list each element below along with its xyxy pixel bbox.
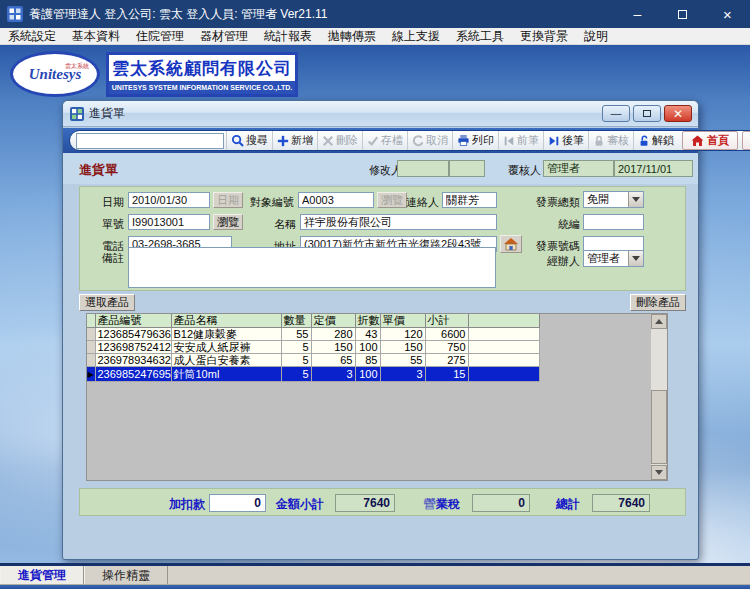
company-logo: Unitesys 雲太系統 (10, 51, 100, 97)
col-discount[interactable]: 折數 (355, 314, 380, 327)
doc-titlebar[interactable]: 進貨單 — ✕ (63, 101, 698, 127)
select-product-button[interactable]: 選取產品 (79, 294, 135, 311)
address-map-button[interactable] (500, 235, 522, 253)
lock-icon (593, 135, 605, 147)
minimize-button[interactable]: – (615, 0, 660, 28)
scroll-up-icon[interactable] (651, 314, 667, 329)
cell-qty: 5 (281, 366, 311, 381)
taxid-input[interactable] (583, 214, 644, 230)
table-header-row: 產品編號 產品名稱 數量 定價 折數 單價 小計 (87, 314, 539, 327)
chevron-down-icon[interactable] (628, 192, 643, 207)
cell-product-name: 安安成人紙尿褲 (171, 340, 281, 353)
menu-voucher-transfer[interactable]: 拋轉傳票 (320, 28, 384, 45)
tab-purchase-management[interactable]: 進貨管理 (0, 566, 84, 584)
cell-product-name: 成人蛋白安養素 (171, 353, 281, 366)
name-label: 名稱 (252, 217, 296, 232)
table-scrollbar[interactable] (651, 314, 667, 480)
menu-basic-data[interactable]: 基本資料 (64, 28, 128, 45)
col-unit-price[interactable]: 單價 (380, 314, 425, 327)
cell-extra (468, 366, 539, 381)
home-button[interactable]: 首頁 (682, 131, 738, 150)
cell-extra (468, 340, 539, 353)
contact-input[interactable] (442, 192, 497, 208)
add-button[interactable]: 新增 (273, 131, 318, 150)
doc-maximize-button[interactable] (633, 105, 661, 122)
notes-textarea[interactable] (128, 247, 496, 288)
row-indicator (87, 340, 95, 353)
menu-system-settings[interactable]: 系統設定 (0, 28, 64, 45)
menu-help[interactable]: 說明 (576, 28, 616, 45)
cell-subtotal: 275 (425, 353, 468, 366)
table-row[interactable]: 1236854796366 B12健康穀麥 55 280 43 120 6600 (87, 327, 539, 340)
vendor-code-input[interactable] (298, 192, 374, 208)
maximize-icon (678, 10, 687, 19)
menu-change-background[interactable]: 更換背景 (512, 28, 576, 45)
table-row-selected[interactable]: ▶ 2369852476950 針筒10ml 5 3 100 3 15 (87, 366, 539, 381)
col-product-name[interactable]: 產品名稱 (171, 314, 281, 327)
menu-equipment[interactable]: 器材管理 (192, 28, 256, 45)
company-name: 雲太系統顧問有限公司 (109, 55, 295, 81)
search-input[interactable] (76, 133, 224, 149)
table-row[interactable]: 1236987524126 安安成人紙尿褲 5 150 100 150 750 (87, 340, 539, 353)
scroll-down-icon[interactable] (651, 465, 667, 480)
undo-icon (412, 135, 424, 147)
app-window: 養護管理達人 登入公司: 雲太 登入人員: 管理者 Ver21.11 – × 系… (0, 0, 750, 589)
exit-button[interactable]: 離開 (742, 131, 750, 150)
cell-list-price: 150 (311, 340, 355, 353)
menu-online-support[interactable]: 線上支援 (384, 28, 448, 45)
cell-subtotal: 750 (425, 340, 468, 353)
subtotal-value: 7640 (335, 494, 395, 512)
tab-operation-wizard[interactable]: 操作精靈 (84, 566, 168, 584)
cell-subtotal: 6600 (425, 327, 468, 340)
col-qty[interactable]: 數量 (281, 314, 311, 327)
delete-product-button[interactable]: 刪除產品 (630, 294, 686, 311)
chevron-down-icon[interactable] (628, 251, 643, 266)
cell-qty: 5 (281, 353, 311, 366)
adjustment-input[interactable] (209, 494, 266, 512)
col-product-code[interactable]: 產品編號 (95, 314, 171, 327)
modifier-field-1 (397, 160, 449, 177)
maximize-button[interactable] (660, 0, 705, 28)
vendor-name-input[interactable] (300, 214, 497, 230)
cell-discount: 43 (355, 327, 380, 340)
reviewer-field: 管理者 (543, 160, 614, 177)
contact-label: 連絡人 (400, 195, 439, 210)
print-button[interactable]: 列印 (453, 131, 499, 150)
cell-list-price: 3 (311, 366, 355, 381)
cell-list-price: 65 (311, 353, 355, 366)
col-subtotal[interactable]: 小計 (425, 314, 468, 327)
order-browse-button[interactable]: 瀏覽 (213, 214, 243, 230)
menu-reports[interactable]: 統計報表 (256, 28, 320, 45)
doc-close-button[interactable]: ✕ (664, 105, 692, 122)
cell-qty: 55 (281, 327, 311, 340)
delete-icon (322, 135, 334, 147)
date-input[interactable] (128, 192, 210, 208)
col-list-price[interactable]: 定價 (311, 314, 355, 327)
menu-hospitalization[interactable]: 住院管理 (128, 28, 192, 45)
date-picker-button: 日期 (213, 192, 243, 208)
cancel-button: 取消 (408, 131, 453, 150)
invoice-type-label: 發票總類 (528, 195, 580, 210)
house-icon (503, 237, 519, 251)
logo-tag: 雲太系統 (65, 63, 89, 69)
tax-value: 0 (472, 494, 530, 512)
scrollbar-thumb[interactable] (651, 390, 667, 464)
handler-select[interactable]: 管理者 (583, 250, 644, 267)
doc-minimize-button[interactable]: — (602, 105, 630, 122)
search-button[interactable]: 搜尋 (226, 131, 273, 150)
notes-label: 備註 (80, 251, 124, 266)
search-icon (231, 134, 244, 147)
delete-button: 刪除 (318, 131, 363, 150)
cell-extra (468, 327, 539, 340)
unlock-button[interactable]: 解鎖 (634, 131, 678, 150)
next-record-button[interactable]: 後筆 (544, 131, 589, 150)
invoice-type-select[interactable]: 免開 (583, 191, 644, 208)
order-no-input[interactable] (128, 214, 210, 230)
cell-subtotal: 15 (425, 366, 468, 381)
menu-bar: 系統設定 基本資料 住院管理 器材管理 統計報表 拋轉傳票 線上支援 系統工具 … (0, 28, 750, 45)
table-row[interactable]: 2369789346326 成人蛋白安養素 5 65 85 55 275 (87, 353, 539, 366)
review-date-field: 2017/11/01 (614, 160, 693, 177)
order-no-label: 單號 (80, 217, 124, 232)
menu-system-tools[interactable]: 系統工具 (448, 28, 512, 45)
close-button[interactable]: × (705, 0, 750, 28)
